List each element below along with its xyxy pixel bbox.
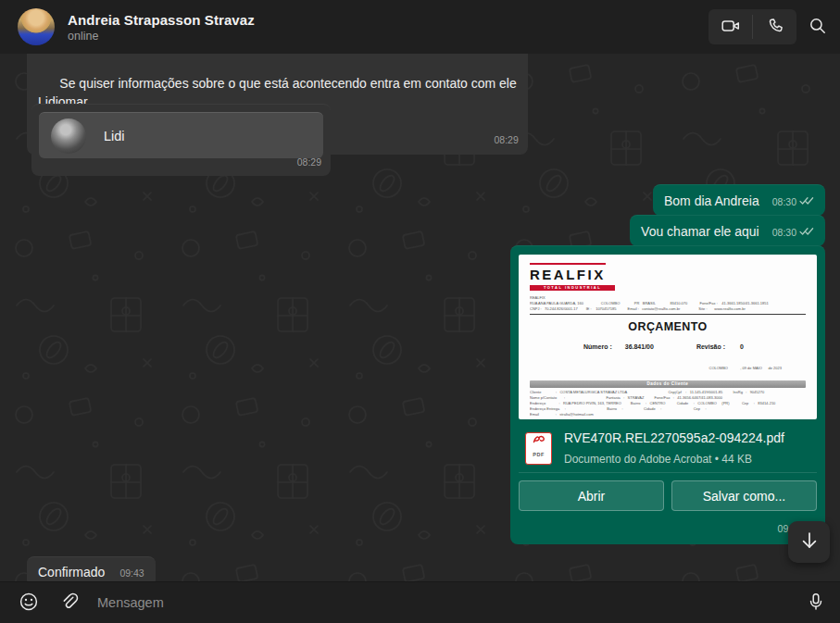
attach-button[interactable] <box>58 592 81 614</box>
scroll-to-bottom-button[interactable] <box>788 521 830 563</box>
message-list: Se quiser informações sobre o que está a… <box>0 54 840 581</box>
outgoing-document-message: REALFIX TOTAL INDUSTRIAL REALFIX RUA ANA… <box>510 245 825 544</box>
emoji-smiley-icon <box>19 592 39 615</box>
pdf-document-preview[interactable]: REALFIX TOTAL INDUSTRIAL REALFIX RUA ANA… <box>519 255 817 419</box>
contact-header-info[interactable]: Andreia Strapasson Stravaz online <box>68 12 255 43</box>
message-composer <box>0 581 840 623</box>
client-data-line: Email : stralta@hotmail.com <box>530 412 806 417</box>
outgoing-message: Bom dia Andreia 08:30 <box>653 184 825 216</box>
contact-card[interactable]: Lidi <box>39 112 323 158</box>
header-actions <box>708 9 840 44</box>
call-button-group <box>708 9 796 44</box>
document-title: ORÇAMENTO <box>530 318 806 336</box>
contact-card-name: Lidi <box>104 127 125 145</box>
document-date-line: COLOMBO , 09 de MAIO de 2023 <box>530 359 806 378</box>
message-time: 08:29 <box>297 153 321 171</box>
message-time: 08:30 <box>772 223 796 242</box>
phone-icon <box>766 17 784 38</box>
whatsapp-chat-window: Andreia Strapasson Stravaz online <box>0 0 840 623</box>
attachment-actions: Abrir Salvar como... <box>519 480 817 511</box>
incoming-message: Confirmado 09:43 <box>27 556 156 581</box>
voice-message-button[interactable] <box>803 590 829 616</box>
numero-label: Número : <box>583 338 612 356</box>
contact-status: online <box>68 30 255 43</box>
revisao-value: 0 <box>740 338 744 356</box>
file-meta: Documento do Adobe Acrobat • 44 KB <box>564 450 784 468</box>
message-text: Vou chamar ele aqui <box>641 222 759 241</box>
section-header-client: Dados do Cliente <box>530 380 806 388</box>
pdf-file-icon: PDF <box>525 432 552 465</box>
logo-text: REALFIX <box>530 263 606 284</box>
file-name: RVE470R.REL2270595a2-094224.pdf <box>564 429 784 447</box>
message-time: 08:30 <box>772 193 796 211</box>
open-file-button[interactable]: Abrir <box>519 480 664 511</box>
contact-name: Andreia Strapasson Stravaz <box>68 12 255 28</box>
delivered-double-check-icon <box>799 222 814 241</box>
save-as-button[interactable]: Salvar como... <box>671 480 817 511</box>
document-number-row: Número : 36.841/00 Revisão : 0 <box>530 338 806 356</box>
letterhead: REALFIX RUA ANA PAULA GUARDA, 160 COLOMB… <box>530 295 806 315</box>
delivered-double-check-icon <box>799 192 814 210</box>
file-info-row[interactable]: PDF RVE470R.REL2270595a2-094224.pdf Docu… <box>519 424 817 473</box>
contact-avatar[interactable] <box>18 8 55 45</box>
realfix-logo: REALFIX TOTAL INDUSTRIAL <box>530 263 806 291</box>
file-texts: RVE470R.REL2270595a2-094224.pdf Document… <box>564 429 784 468</box>
message-time: 08:29 <box>494 131 518 149</box>
chat-header: Andreia Strapasson Stravaz online <box>0 0 840 54</box>
paperclip-icon <box>59 592 80 615</box>
logo-subtext: TOTAL INDUSTRIAL <box>530 285 615 291</box>
message-text: Bom dia Andreia <box>664 192 759 210</box>
message-time: 09:43 <box>119 564 144 581</box>
revisao-label: Revisão : <box>696 338 725 356</box>
incoming-contact-message: Lidi 08:29 <box>31 104 331 176</box>
video-call-button[interactable] <box>708 9 752 44</box>
search-icon <box>809 17 827 38</box>
pdf-icon-label: PDF <box>533 445 545 464</box>
arrow-down-icon <box>797 529 821 555</box>
message-text: Confirmado <box>38 563 105 581</box>
microphone-icon <box>806 592 826 615</box>
emoji-button[interactable] <box>18 592 40 614</box>
client-data-block: Cliente : COSTA METALURGICA STRAVAZ LTDA… <box>530 390 806 417</box>
message-input[interactable] <box>97 595 803 610</box>
letterhead-line: CNPJ : 70.244.826/0001-17 IE : 107045718… <box>530 306 806 312</box>
numero-value: 36.841/00 <box>625 338 654 356</box>
contact-card-avatar <box>51 118 86 154</box>
video-camera-icon <box>721 16 741 39</box>
outgoing-message: Vou chamar ele aqui 08:30 <box>630 215 825 246</box>
search-button[interactable] <box>797 9 838 44</box>
voice-call-button[interactable] <box>753 9 796 44</box>
